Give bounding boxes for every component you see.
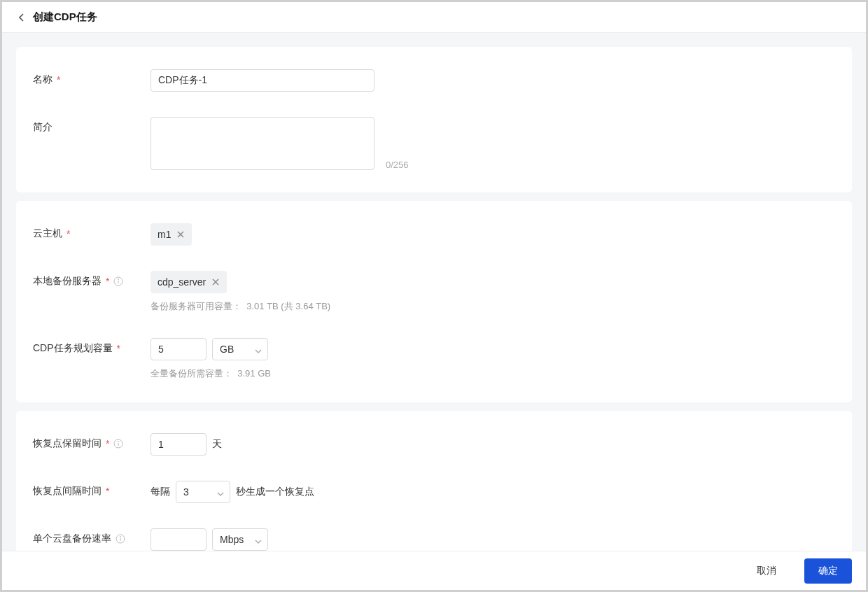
label-server: 本地备份服务器*: [33, 271, 150, 288]
label-capacity-text: CDP任务规划容量: [33, 342, 113, 355]
required-marker: *: [66, 228, 70, 239]
speed-unit-select[interactable]: Mbps: [212, 528, 268, 551]
label-speed-text: 单个云盘备份速率: [33, 533, 111, 545]
capacity-input[interactable]: [150, 338, 206, 360]
server-tag[interactable]: cdp_server: [150, 271, 227, 293]
row-capacity: CDP任务规划容量* GB 全量备份所需容量： 3.91 GB: [33, 332, 835, 386]
server-hint-label: 备份服务器可用容量：: [150, 301, 241, 311]
page-title: 创建CDP任务: [33, 10, 97, 24]
retention-input[interactable]: [150, 433, 206, 456]
label-vm-text: 云主机: [33, 227, 62, 240]
label-desc-text: 简介: [33, 121, 52, 134]
vm-tag[interactable]: m1: [150, 223, 192, 246]
label-vm: 云主机*: [33, 223, 150, 240]
capacity-hint-label: 全量备份所需容量：: [150, 368, 232, 379]
label-retention: 恢复点保留时间*: [33, 433, 150, 450]
header: 创建CDP任务: [2, 2, 866, 33]
chevron-down-icon: [255, 346, 262, 353]
chevron-down-icon: [255, 536, 262, 543]
ok-button[interactable]: 确定: [804, 558, 852, 584]
chevron-down-icon: [217, 488, 224, 495]
info-icon[interactable]: [113, 276, 123, 286]
speed-unit-value: Mbps: [220, 534, 244, 545]
row-desc: 简介 0/256: [33, 111, 835, 176]
card-basic: 名称* 简介 0/256: [16, 47, 852, 192]
server-hint-value: 3.01 TB (共 3.64 TB): [246, 301, 330, 311]
row-interval: 恢复点间隔时间* 每隔 3 秒生成一个恢复点: [33, 475, 835, 509]
required-marker: *: [57, 74, 60, 85]
capacity-unit-select[interactable]: GB: [212, 338, 268, 360]
card-schedule: 恢复点保留时间* 天 恢复点间隔时间*: [16, 411, 852, 551]
label-interval-text: 恢复点间隔时间: [33, 485, 102, 498]
required-marker: *: [117, 343, 120, 354]
form-body: 名称* 简介 0/256: [2, 33, 866, 551]
required-marker: *: [106, 486, 109, 497]
label-speed: 单个云盘备份速率: [33, 528, 150, 545]
label-name: 名称*: [33, 69, 150, 86]
desc-counter: 0/256: [386, 160, 409, 170]
name-input[interactable]: [150, 69, 374, 92]
label-retention-text: 恢复点保留时间: [33, 437, 102, 450]
row-server: 本地备份服务器* cdp_server: [33, 265, 835, 318]
server-hint: 备份服务器可用容量： 3.01 TB (共 3.64 TB): [150, 300, 835, 313]
retention-unit: 天: [212, 438, 222, 451]
speed-input[interactable]: [150, 528, 206, 551]
card-target: 云主机* m1 本地备份服务器*: [16, 201, 852, 402]
required-marker: *: [106, 438, 109, 449]
close-icon[interactable]: [211, 278, 220, 286]
footer: 取消 确定: [2, 551, 866, 590]
row-name: 名称*: [33, 64, 835, 97]
required-marker: *: [106, 276, 109, 287]
interval-suffix: 秒生成一个恢复点: [236, 486, 314, 498]
capacity-hint: 全量备份所需容量： 3.91 GB: [150, 367, 835, 380]
svg-point-12: [120, 537, 121, 537]
server-tag-label: cdp_server: [158, 276, 206, 288]
interval-value: 3: [183, 486, 189, 498]
interval-prefix: 每隔: [150, 486, 170, 498]
label-interval: 恢复点间隔时间*: [33, 481, 150, 498]
capacity-unit-value: GB: [220, 344, 234, 355]
label-server-text: 本地备份服务器: [33, 275, 102, 288]
cancel-button[interactable]: 取消: [743, 558, 790, 584]
capacity-hint-value: 3.91 GB: [237, 368, 271, 379]
svg-point-9: [118, 442, 119, 442]
vm-tag-label: m1: [158, 229, 171, 240]
row-speed: 单个云盘备份速率 Mbps: [33, 523, 835, 551]
row-retention: 恢复点保留时间* 天: [33, 428, 835, 461]
label-name-text: 名称: [33, 73, 52, 86]
close-icon[interactable]: [176, 230, 185, 239]
info-icon[interactable]: [113, 439, 123, 449]
label-desc: 简介: [33, 117, 150, 134]
label-capacity: CDP任务规划容量*: [33, 338, 150, 355]
row-vm: 云主机* m1: [33, 218, 835, 251]
svg-point-4: [118, 279, 119, 280]
desc-textarea[interactable]: [150, 117, 374, 170]
info-icon[interactable]: [115, 534, 125, 544]
interval-select[interactable]: 3: [176, 481, 230, 503]
back-icon[interactable]: [16, 12, 27, 23]
